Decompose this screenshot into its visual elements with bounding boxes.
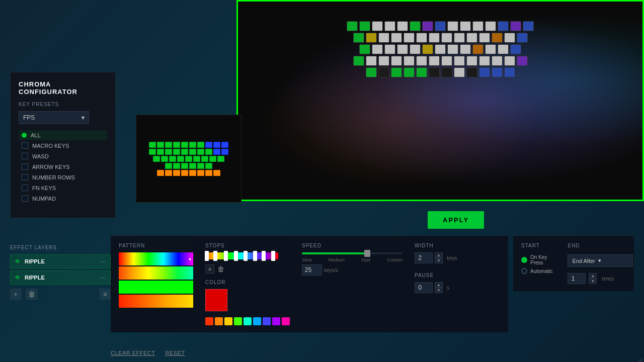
kb-prev-key[interactable] (185, 156, 192, 162)
stop-handle-5[interactable] (244, 251, 248, 261)
preset-item-fn[interactable]: FN KEYS (19, 183, 107, 193)
preset-item-numrow[interactable]: NUMBER ROWS (19, 172, 107, 183)
kb-prev-key[interactable] (165, 142, 172, 148)
times-decrement[interactable]: ▼ (589, 279, 597, 284)
stop-handle-3[interactable] (224, 251, 228, 261)
kb-prev-key[interactable] (157, 142, 164, 148)
reorder-layer-button[interactable]: ≡ (100, 289, 111, 300)
clear-effect-button[interactable]: CLEAR EFFECT (111, 350, 155, 356)
layer-menu-2[interactable]: ··· (100, 274, 106, 282)
kb-prev-key[interactable] (165, 170, 172, 176)
width-increment[interactable]: ▲ (435, 252, 443, 258)
pause-increment[interactable]: ▲ (435, 282, 443, 288)
pattern-swatch-rainbow[interactable]: ▾ (119, 252, 193, 265)
kb-prev-key[interactable] (181, 163, 188, 169)
stop-handle-2[interactable] (213, 251, 217, 261)
kb-prev-key[interactable] (173, 142, 180, 148)
kb-prev-key[interactable] (165, 149, 172, 155)
palette-color[interactable] (263, 317, 271, 325)
stops-bar[interactable] (205, 252, 278, 259)
stop-handle-1[interactable] (205, 251, 209, 261)
kb-prev-key[interactable] (213, 149, 220, 155)
effect-layer-2[interactable]: 👁 RIPPLE ··· (10, 270, 111, 285)
preset-item-numpad[interactable]: NUMPAD (19, 193, 107, 204)
pattern-swatch-warm[interactable] (119, 266, 193, 280)
speed-slider-thumb[interactable] (364, 250, 370, 257)
delete-layer-button[interactable]: 🗑 (26, 289, 37, 300)
kb-prev-key[interactable] (177, 156, 184, 162)
palette-color[interactable] (215, 317, 223, 325)
kb-prev-key[interactable] (189, 170, 196, 176)
kb-prev-key[interactable] (189, 142, 196, 148)
speed-value-input[interactable] (302, 264, 322, 276)
pause-input[interactable] (415, 282, 433, 293)
kb-prev-key[interactable] (149, 149, 156, 155)
resize-handle[interactable] (638, 356, 644, 362)
kb-prev-key[interactable] (205, 170, 212, 176)
color-swatch-main[interactable] (205, 289, 227, 311)
preset-dropdown[interactable]: FPS ▾ (19, 111, 89, 124)
pattern-swatch-green[interactable] (119, 281, 193, 294)
kb-prev-key[interactable] (217, 156, 224, 162)
stop-handle-6[interactable] (253, 251, 257, 261)
palette-color[interactable] (272, 317, 280, 325)
start-option-key-press[interactable]: On Key Press (521, 254, 552, 265)
apply-button[interactable]: APPLY (428, 211, 484, 229)
stop-handle-4[interactable] (234, 251, 238, 261)
preset-item-wasd[interactable]: WASD (19, 151, 107, 161)
kb-prev-key[interactable] (181, 149, 188, 155)
end-dropdown[interactable]: End After ▾ (568, 254, 633, 267)
speed-slider-track[interactable] (302, 252, 403, 254)
kb-prev-key[interactable] (205, 142, 212, 148)
preset-item-all[interactable]: ALL (19, 130, 107, 140)
kb-prev-key[interactable] (193, 156, 200, 162)
kb-prev-key[interactable] (221, 149, 228, 155)
radio-automatic[interactable] (521, 268, 527, 274)
kb-prev-key[interactable] (209, 156, 216, 162)
delete-stop-button[interactable]: 🗑 (217, 265, 224, 273)
radio-on-key-press[interactable] (521, 257, 527, 263)
eye-icon-2[interactable]: 👁 (15, 274, 21, 281)
preset-item-arrow[interactable]: ARROW KEYS (19, 161, 107, 172)
kb-prev-key[interactable] (169, 156, 176, 162)
kb-prev-key[interactable] (161, 156, 168, 162)
palette-color[interactable] (224, 317, 232, 325)
kb-prev-key[interactable] (205, 149, 212, 155)
kb-prev-key[interactable] (149, 142, 156, 148)
kb-prev-key[interactable] (213, 142, 220, 148)
add-stop-button[interactable]: + (205, 264, 214, 274)
palette-color[interactable] (282, 317, 290, 325)
kb-prev-key[interactable] (189, 149, 196, 155)
pause-decrement[interactable]: ▼ (435, 288, 443, 293)
kb-prev-key[interactable] (181, 142, 188, 148)
add-layer-button[interactable]: + (10, 289, 21, 300)
kb-prev-key[interactable] (173, 163, 180, 169)
kb-prev-key[interactable] (173, 149, 180, 155)
kb-prev-key[interactable] (157, 149, 164, 155)
stop-handle-7[interactable] (262, 251, 266, 261)
effect-layer-1[interactable]: 👁 RIPPLE ··· (10, 254, 111, 268)
palette-color[interactable] (205, 317, 213, 325)
kb-prev-key[interactable] (181, 170, 188, 176)
kb-prev-key[interactable] (205, 163, 212, 169)
kb-prev-key[interactable] (157, 170, 164, 176)
palette-color[interactable] (253, 317, 261, 325)
preset-item-macro[interactable]: MACRO KEYS (19, 140, 107, 151)
palette-color[interactable] (244, 317, 252, 325)
start-option-automatic[interactable]: Automatic (521, 268, 552, 274)
layer-menu-1[interactable]: ··· (100, 257, 106, 265)
stop-handle-8[interactable] (271, 251, 275, 261)
kb-prev-key[interactable] (197, 163, 204, 169)
kb-prev-key[interactable] (213, 170, 220, 176)
kb-prev-key[interactable] (165, 163, 172, 169)
kb-prev-key[interactable] (197, 142, 204, 148)
palette-color[interactable] (234, 317, 242, 325)
kb-prev-key[interactable] (197, 149, 204, 155)
width-decrement[interactable]: ▼ (435, 258, 443, 263)
times-increment[interactable]: ▲ (589, 273, 597, 279)
kb-prev-key[interactable] (201, 156, 208, 162)
eye-icon-1[interactable]: 👁 (15, 258, 21, 265)
kb-prev-key[interactable] (197, 170, 204, 176)
width-input[interactable] (415, 252, 433, 263)
kb-prev-key[interactable] (153, 156, 160, 162)
